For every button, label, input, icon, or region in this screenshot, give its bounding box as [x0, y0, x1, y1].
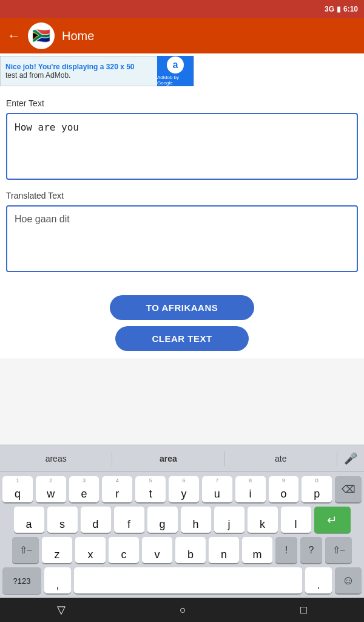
key-w[interactable]: 2w: [36, 476, 66, 503]
key-shift-right[interactable]: ⇧—: [325, 537, 352, 564]
key-enter[interactable]: ↵: [314, 507, 351, 533]
nav-home-icon[interactable]: ○: [180, 604, 186, 617]
ad-line2: test ad from AdMob.: [5, 71, 152, 80]
key-num-3: 3: [69, 477, 99, 484]
key-a[interactable]: a: [14, 507, 44, 533]
key-q[interactable]: 1q: [2, 476, 33, 503]
key-comma[interactable]: ,: [44, 567, 71, 594]
ad-nicejob: Nice job!: [5, 63, 36, 71]
keyboard-row2: a s d f g h j k l ↵: [0, 505, 364, 535]
to-afrikaans-button[interactable]: TO AFRIKAANS: [110, 295, 255, 320]
key-backspace[interactable]: ⌫: [335, 476, 362, 503]
key-x[interactable]: x: [75, 537, 106, 564]
key-c[interactable]: c: [109, 537, 139, 564]
key-b[interactable]: b: [175, 537, 206, 564]
back-button[interactable]: ←: [7, 28, 21, 44]
key-numbers-toggle[interactable]: ?123: [2, 567, 41, 594]
nav-back-icon[interactable]: ▽: [57, 603, 66, 617]
key-u[interactable]: 7u: [202, 476, 232, 503]
key-exclaim[interactable]: !: [275, 537, 297, 564]
ad-text: Nice job! You're displaying a 320 x 50 t…: [1, 59, 157, 83]
key-question[interactable]: ?: [300, 537, 322, 564]
key-shift-left[interactable]: ⇧—: [12, 537, 39, 564]
key-l[interactable]: l: [281, 507, 311, 533]
time-display: 6:10: [343, 5, 358, 13]
key-p[interactable]: 0p: [302, 476, 332, 503]
main-content: Enter Text How are you Translated Text H…: [0, 89, 364, 290]
key-num-1: 1: [2, 477, 33, 484]
action-buttons: TO AFRIKAANS CLEAR TEXT: [0, 290, 364, 358]
ad-line1-rest: You're displaying a 320 x 50: [36, 63, 135, 71]
signal-indicator: 3G: [325, 5, 334, 13]
keyboard-row3: ⇧— z x c v b n m ! ? ⇧—: [0, 535, 364, 566]
ad-banner: Nice job! You're displaying a 320 x 50 t…: [0, 56, 194, 86]
translated-text-label: Translated Text: [6, 191, 358, 200]
suggestion-area[interactable]: area: [112, 451, 224, 466]
ad-by-text: AdMob by Google: [157, 75, 194, 86]
key-o[interactable]: 9o: [269, 476, 299, 503]
key-v[interactable]: v: [142, 537, 172, 564]
nav-recent-icon[interactable]: □: [300, 604, 307, 617]
top-bar: ← 🇿🇦 Home: [0, 18, 364, 53]
key-t[interactable]: 5t: [135, 476, 166, 503]
key-e[interactable]: 3e: [69, 476, 99, 503]
key-z[interactable]: z: [42, 537, 72, 564]
key-f[interactable]: f: [114, 507, 144, 533]
key-num-7: 7: [202, 477, 232, 484]
suggestion-ate[interactable]: ate: [225, 451, 337, 466]
mic-icon[interactable]: 🎤: [337, 452, 364, 465]
key-num-0: 0: [302, 477, 332, 484]
flag-emoji: 🇿🇦: [32, 27, 50, 44]
enter-text-input[interactable]: How are you: [6, 113, 358, 180]
flag-logo: 🇿🇦: [28, 22, 55, 49]
key-r[interactable]: 4r: [102, 476, 132, 503]
key-h[interactable]: h: [181, 507, 211, 533]
keyboard-row1: 1q 2w 3e 4r 5t 6y 7u 8i 9o 0p ⌫: [0, 474, 364, 505]
key-emoji[interactable]: ☺: [335, 567, 362, 594]
key-space[interactable]: [74, 567, 302, 594]
ad-logo-circle: a: [167, 56, 184, 73]
key-num-9: 9: [269, 477, 299, 484]
status-icons: 3G ▮ 6:10: [325, 5, 358, 13]
keyboard: areas area ate 🎤 1q 2w 3e 4r 5t 6y 7u 8i…: [0, 445, 364, 598]
status-bar: 3G ▮ 6:10: [0, 0, 364, 18]
suggestion-areas[interactable]: areas: [0, 451, 112, 466]
ad-line1: Nice job! You're displaying a 320 x 50: [5, 63, 152, 71]
key-m[interactable]: m: [242, 537, 272, 564]
clear-text-button[interactable]: CLEAR TEXT: [115, 326, 248, 351]
ad-logo-box: a AdMob by Google: [157, 56, 194, 86]
key-i[interactable]: 8i: [235, 476, 266, 503]
key-d[interactable]: d: [81, 507, 111, 533]
battery-icon: ▮: [337, 5, 341, 13]
key-num-8: 8: [235, 477, 266, 484]
suggestions-row: areas area ate 🎤: [0, 445, 364, 472]
keyboard-bottom-row: ?123 , . ☺: [0, 566, 364, 598]
enter-text-label: Enter Text: [6, 98, 358, 108]
key-s[interactable]: s: [47, 507, 78, 533]
key-num-4: 4: [102, 477, 132, 484]
key-y[interactable]: 6y: [169, 476, 199, 503]
nav-bar: ▽ ○ □: [0, 598, 364, 622]
key-j[interactable]: j: [214, 507, 244, 533]
key-num-2: 2: [36, 477, 66, 484]
key-period[interactable]: .: [305, 567, 332, 594]
key-num-5: 5: [135, 477, 166, 484]
key-k[interactable]: k: [248, 507, 278, 533]
key-n[interactable]: n: [209, 537, 239, 564]
app-title: Home: [62, 29, 94, 43]
key-num-6: 6: [169, 477, 199, 484]
translated-text-display: Hoe gaan dit: [6, 205, 358, 272]
key-g[interactable]: g: [147, 507, 178, 533]
